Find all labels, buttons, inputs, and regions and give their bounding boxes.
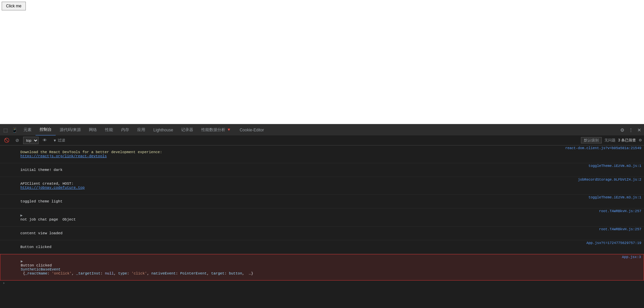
tab-performance[interactable]: 性能	[101, 124, 117, 136]
errors-badge[interactable]: 3 条已筛查	[618, 138, 636, 143]
react-devtools-link[interactable]: https://reactjs.org/link/react-devtools	[20, 154, 107, 158]
tab-elements[interactable]: 元素	[19, 124, 36, 136]
tab-console[interactable]: 控制台	[36, 124, 56, 136]
console-text: Download the React DevTools for a better…	[20, 150, 164, 154]
tab-application[interactable]: 应用	[133, 124, 149, 136]
console-settings-icon[interactable]: ⚙	[639, 138, 642, 142]
console-source[interactable]: App.jsx:3	[616, 255, 641, 259]
clear-console-icon[interactable]: 🚫	[2, 137, 11, 143]
console-source[interactable]: toggleTheme.iEzVm.m3.js:1	[583, 195, 641, 199]
api-host-link[interactable]: https://jobnav.codefuture.top	[20, 186, 85, 190]
console-text: APIClient created, HOST:	[20, 182, 76, 186]
more-options-icon[interactable]: ⋮	[627, 126, 635, 134]
devtools-right-icons: ⚙ ⋮ ✕	[619, 126, 643, 134]
close-devtools-icon[interactable]: ✕	[636, 126, 643, 134]
console-line-highlighted: ▶ Button clicked SyntheticBaseEvent {_re…	[0, 254, 644, 281]
console-caret: ›	[3, 281, 5, 285]
tab-perf-insights[interactable]: 性能数据分析 🔻	[197, 124, 235, 136]
console-line: initial theme! dark toggleTheme.iEzVm.m3…	[0, 163, 644, 177]
console-text: Button clicked	[21, 263, 54, 267]
console-source[interactable]: root.TAWRBkvH.js:257	[594, 227, 641, 231]
console-line: toggled theme light toggleTheme.iEzVm.m3…	[0, 195, 644, 208]
tab-lighthouse[interactable]: Lighthouse	[149, 124, 177, 136]
console-source[interactable]: root.TAWRBkvH.js:257	[594, 209, 641, 213]
filter-button[interactable]: ▼ 过滤	[51, 137, 67, 143]
console-line: APIClient created, HOST: https://jobnav.…	[0, 177, 644, 195]
expand-icon[interactable]: ▶	[21, 259, 23, 263]
console-output[interactable]: Download the React DevTools for a better…	[0, 145, 644, 308]
console-source[interactable]: jobRecordStorage.9LFbVtZ4.js:2	[573, 178, 641, 182]
console-source[interactable]: react-dom.client.js?v=b05a581a:21549	[560, 146, 641, 150]
devtools-tab-bar: ⬚ 📱 元素 控制台 源代码/来源 网络 性能 内存 应用 Lighthouse…	[0, 124, 644, 135]
context-selector[interactable]: top	[23, 137, 39, 144]
console-text: not job chat page Object	[20, 218, 76, 222]
console-line-content: ▶ Button clicked SyntheticBaseEvent {_re…	[3, 255, 616, 280]
console-line: Download the React DevTools for a better…	[0, 145, 644, 163]
filter-icon: ▼	[53, 138, 57, 142]
console-line-content: toggled theme light	[3, 195, 583, 207]
console-line: ▶ not job chat page Object root.TAWRBkvH…	[0, 208, 644, 227]
console-prompt-line[interactable]: ›	[0, 281, 644, 287]
tab-sources[interactable]: 源代码/来源	[56, 124, 85, 136]
console-line-content: ▶ not job chat page Object	[3, 209, 594, 226]
console-source[interactable]: toggleTheme.iEzVm.m3.js:1	[583, 164, 641, 168]
click-me-button[interactable]: Click me	[2, 2, 26, 10]
eye-icon[interactable]: 👁	[41, 137, 49, 143]
settings-icon[interactable]: ⚙	[619, 126, 626, 134]
console-toolbar: 🚫 ⊘ top 👁 ▼ 过滤 默认级别 无问题 3 条已筛查 ⚙	[0, 135, 644, 145]
tab-network[interactable]: 网络	[85, 124, 101, 136]
console-line-content: Download the React DevTools for a better…	[3, 146, 560, 162]
devtools-panel: ⬚ 📱 元素 控制台 源代码/来源 网络 性能 内存 应用 Lighthouse…	[0, 124, 644, 308]
console-text: toggled theme light	[20, 199, 62, 203]
console-event-detail: {_reactName: 'onClick', _targetInst: nul…	[21, 271, 253, 275]
console-line: Button clicked App.jsx?t=1724775629757:1…	[0, 240, 644, 254]
console-source[interactable]: App.jsx?t=1724775629757:19	[581, 241, 641, 245]
tab-recorder[interactable]: 记录器	[177, 124, 197, 136]
console-line-content: Button clicked	[3, 241, 581, 253]
stop-on-exception-icon[interactable]: ⊘	[13, 137, 21, 143]
expand-icon[interactable]: ▶	[20, 213, 23, 218]
tab-cookie-editor[interactable]: Cookie-Editor	[235, 124, 268, 136]
console-line-content: APIClient created, HOST: https://jobnav.…	[3, 178, 573, 194]
console-text: content view loaded	[20, 231, 62, 235]
page-area: Click me	[0, 0, 644, 124]
console-right-controls: 默认级别 无问题 3 条已筛查 ⚙	[581, 137, 642, 143]
console-text: Button clicked	[20, 245, 51, 249]
tab-memory[interactable]: 内存	[117, 124, 133, 136]
devtools-inspect-icon[interactable]: ⬚	[1, 126, 10, 134]
level-selector[interactable]: 默认级别	[581, 137, 602, 143]
devtools-device-icon[interactable]: 📱	[10, 126, 19, 134]
console-text: initial theme! dark	[20, 168, 62, 172]
issues-badge[interactable]: 无问题	[604, 138, 615, 143]
console-line-content: content view loaded	[3, 227, 594, 239]
console-event-text: SyntheticBaseEvent	[21, 267, 61, 271]
console-line-content: initial theme! dark	[3, 164, 583, 176]
console-line: content view loaded root.TAWRBkvH.js:257	[0, 227, 644, 240]
